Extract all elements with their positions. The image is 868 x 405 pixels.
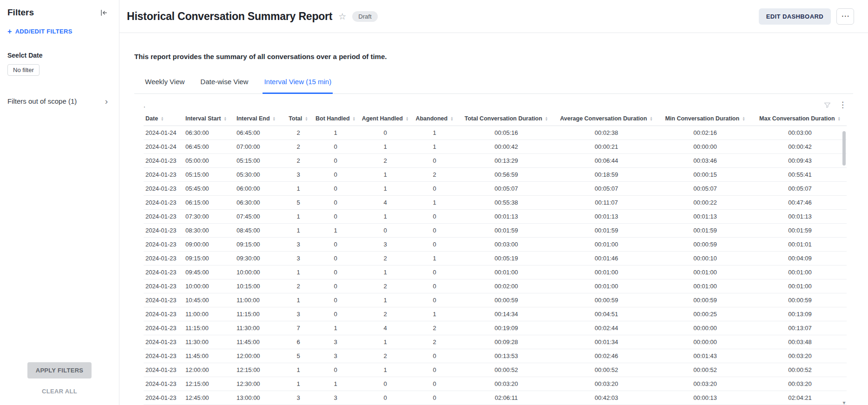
column-header[interactable]: Total Conversation Duration▲▼ xyxy=(457,112,556,126)
table-row[interactable]: 2024-01-2307:30:0007:45:00101000:01:1300… xyxy=(144,210,847,224)
sort-icon[interactable]: ▲▼ xyxy=(406,116,408,121)
add-edit-filters-button[interactable]: + ADD/EDIT FILTERS xyxy=(7,28,72,35)
sort-icon[interactable]: ▲▼ xyxy=(742,116,745,121)
scrollbar-thumb[interactable] xyxy=(842,131,846,166)
column-header[interactable]: Interval Start▲▼ xyxy=(184,112,235,126)
table-row[interactable]: 2024-01-2309:15:0009:30:00302100:05:1900… xyxy=(144,252,847,266)
column-header[interactable]: Interval End▲▼ xyxy=(235,112,284,126)
table-cell: 2024-01-23 xyxy=(144,279,184,293)
table-row[interactable]: 2024-01-2308:30:0008:45:00110000:01:5900… xyxy=(144,224,847,238)
table-area: Date▲▼Interval Start▲▼Interval End▲▼Tota… xyxy=(144,112,847,405)
table-cell: 1 xyxy=(284,210,313,224)
select-date-label: Seelct Date xyxy=(7,52,112,59)
table-row[interactable]: 2024-01-2305:00:0005:15:00202000:13:2900… xyxy=(144,154,847,168)
column-header[interactable]: Abandoned▲▼ xyxy=(412,112,457,126)
table-cell: 3 xyxy=(284,238,313,252)
table-cell: 00:01:59 xyxy=(556,224,657,238)
table-cell: 00:13:29 xyxy=(457,154,556,168)
table-cell: 00:00:52 xyxy=(657,363,753,377)
filters-sidebar: Filters + ADD/EDIT FILTERS Seelct Date N… xyxy=(0,0,119,405)
table-cell: 1 xyxy=(284,266,313,279)
sort-icon[interactable]: ▲▼ xyxy=(450,116,453,121)
table-row[interactable]: 2024-01-2312:15:0012:30:00110000:03:2000… xyxy=(144,377,847,391)
table-scrollbar[interactable]: ▾ xyxy=(842,126,847,405)
table-cell: 00:02:16 xyxy=(657,126,753,140)
more-options-button[interactable]: ⋯ xyxy=(836,8,854,25)
table-cell: 3 xyxy=(284,168,313,182)
table-row[interactable]: 2024-01-2311:45:0012:00:00532000:13:5300… xyxy=(144,349,847,363)
table-cell: 2024-01-23 xyxy=(144,266,184,279)
column-header[interactable]: Agent Handled▲▼ xyxy=(358,112,412,126)
tab-weekly-view[interactable]: Weekly View xyxy=(144,72,186,94)
table-row[interactable]: 2024-01-2309:00:0009:15:00303000:03:0000… xyxy=(144,238,847,252)
table-row[interactable]: 2024-01-2406:45:0007:00:00201100:00:4200… xyxy=(144,140,847,154)
sort-icon[interactable]: ▲▼ xyxy=(305,116,308,121)
tab-date-wise-view[interactable]: Date-wise View xyxy=(199,72,250,94)
table-cell: 00:13:53 xyxy=(457,349,556,363)
clear-all-button[interactable]: CLEAR ALL xyxy=(42,388,77,395)
table-cell: 00:55:41 xyxy=(753,168,847,182)
column-header[interactable]: Max Conversation Duration▲▼ xyxy=(753,112,847,126)
table-row[interactable]: 2024-01-2310:45:0011:00:00101000:00:5900… xyxy=(144,293,847,307)
column-header[interactable]: Date▲▼ xyxy=(144,112,184,126)
sort-icon[interactable]: ▲▼ xyxy=(545,116,548,121)
table-row[interactable]: 2024-01-2306:15:0006:30:00504100:55:3800… xyxy=(144,196,847,210)
column-header[interactable]: Average Conversation Duration▲▼ xyxy=(556,112,657,126)
table-row[interactable]: 2024-01-2312:00:0012:15:00101000:00:5200… xyxy=(144,363,847,377)
table-cell: 1 xyxy=(313,377,358,391)
table-cell: 2024-01-23 xyxy=(144,363,184,377)
table-cell: 00:05:16 xyxy=(457,126,556,140)
table-row[interactable]: 2024-01-2305:15:0005:30:00301200:56:5900… xyxy=(144,168,847,182)
star-icon[interactable]: ☆ xyxy=(338,12,346,21)
table-cell: 00:09:28 xyxy=(457,335,556,349)
sort-icon[interactable]: ▲▼ xyxy=(224,116,226,121)
edit-dashboard-button[interactable]: EDIT DASHBOARD xyxy=(759,8,831,25)
sort-icon[interactable]: ▲▼ xyxy=(273,116,276,121)
sort-icon[interactable]: ▲▼ xyxy=(838,116,841,121)
sort-icon[interactable]: ▲▼ xyxy=(353,116,355,121)
table-cell: 1 xyxy=(313,321,358,335)
kebab-menu-icon[interactable]: ⋮ xyxy=(839,101,847,109)
table-row[interactable]: 2024-01-2311:00:0011:15:00302100:14:3400… xyxy=(144,307,847,321)
table-cell: 00:02:00 xyxy=(457,279,556,293)
main-panel: Historical Conversation Summary Report ☆… xyxy=(119,0,868,405)
table-cell: 00:00:59 xyxy=(753,293,847,307)
table-cell: 00:01:00 xyxy=(556,266,657,279)
table-row[interactable]: 2024-01-2406:30:0006:45:00210100:05:1600… xyxy=(144,126,847,140)
table-row[interactable]: 2024-01-2309:45:0010:00:00101000:01:0000… xyxy=(144,266,847,279)
table-cell: 1 xyxy=(358,168,412,182)
table-row[interactable]: 2024-01-2305:45:0006:00:00101000:05:0700… xyxy=(144,182,847,196)
table-cell: 0 xyxy=(313,252,358,266)
scroll-down-icon[interactable]: ▾ xyxy=(842,400,847,405)
table-cell: 0 xyxy=(412,238,457,252)
table-cell: 0 xyxy=(412,182,457,196)
table-cell: 2024-01-23 xyxy=(144,252,184,266)
table-cell: 00:09:43 xyxy=(753,154,847,168)
tab-interval-view[interactable]: Interval View (15 min) xyxy=(263,72,333,94)
apply-filters-button[interactable]: APPLY FILTERS xyxy=(27,362,92,378)
sort-icon[interactable]: ▲▼ xyxy=(650,116,652,121)
table-cell: 00:14:34 xyxy=(457,307,556,321)
no-filter-chip[interactable]: No filter xyxy=(7,64,39,76)
column-header[interactable]: Min Conversation Duration▲▼ xyxy=(657,112,753,126)
table-row[interactable]: 2024-01-2312:45:0013:00:00330002:06:1100… xyxy=(144,391,847,405)
filters-out-of-scope-row[interactable]: Filters out of scope (1) › xyxy=(7,97,112,105)
table-row[interactable]: 2024-01-2310:00:0010:15:00202000:02:0000… xyxy=(144,279,847,293)
table-cell: 3 xyxy=(284,391,313,405)
table-cell: 0 xyxy=(313,266,358,279)
table-cell: 02:06:11 xyxy=(457,391,556,405)
column-header[interactable]: Bot Handled▲▼ xyxy=(313,112,358,126)
sort-icon[interactable]: ▲▼ xyxy=(161,116,164,121)
table-cell: 2024-01-23 xyxy=(144,321,184,335)
table-cell: 00:03:20 xyxy=(753,377,847,391)
table-row[interactable]: 2024-01-2311:30:0011:45:00631200:09:2800… xyxy=(144,335,847,349)
column-header-label: Max Conversation Duration xyxy=(759,115,835,122)
table-row[interactable]: 2024-01-2311:15:0011:30:00714200:19:0900… xyxy=(144,321,847,335)
filter-icon[interactable] xyxy=(823,101,831,109)
table-cell: 2024-01-23 xyxy=(144,196,184,210)
table-cell: 10:15:00 xyxy=(235,279,284,293)
collapse-sidebar-icon[interactable] xyxy=(100,9,108,17)
table-cell: 12:15:00 xyxy=(235,363,284,377)
table-cell: 08:45:00 xyxy=(235,224,284,238)
column-header[interactable]: Total▲▼ xyxy=(284,112,313,126)
